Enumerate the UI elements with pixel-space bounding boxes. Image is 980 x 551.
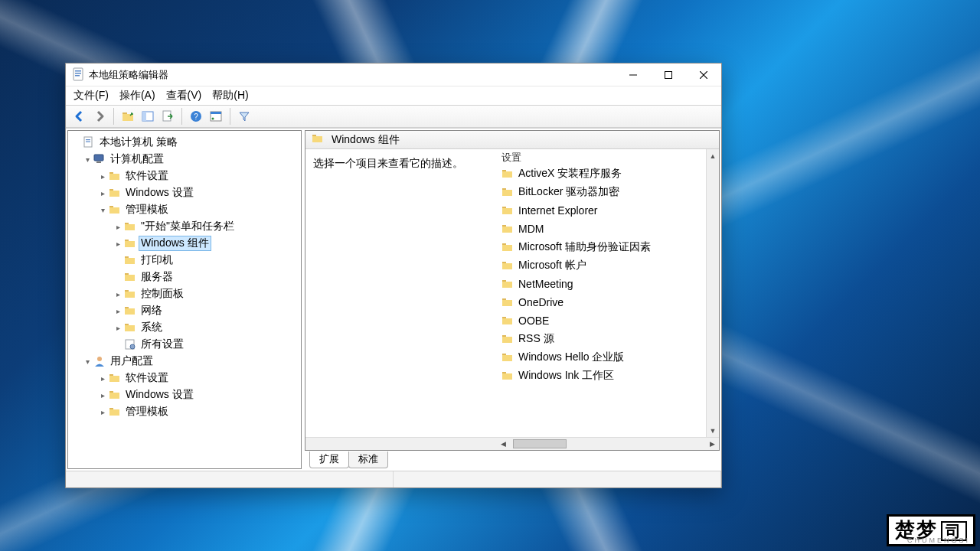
folder-icon [501, 315, 514, 327]
svg-rect-57 [502, 208, 512, 214]
vertical-scrollbar[interactable]: ▲ ▼ [706, 149, 719, 437]
svg-rect-47 [109, 393, 119, 399]
user-icon [93, 355, 106, 367]
statusbar [66, 471, 721, 487]
scroll-down-arrow[interactable]: ▼ [707, 424, 719, 437]
folder-icon [501, 278, 514, 290]
tree-windows-components[interactable]: ▸Windows 组件 [70, 235, 299, 252]
tree-network[interactable]: ▸网络 [70, 302, 299, 319]
svg-rect-40 [125, 325, 135, 331]
list-item[interactable]: Windows Ink 工作区 [497, 367, 706, 385]
list-item-label: Internet Explorer [518, 204, 598, 217]
tree-start-taskbar[interactable]: ▸"开始"菜单和任务栏 [70, 218, 299, 235]
list-item[interactable]: MDM [497, 220, 706, 238]
tree-user-software[interactable]: ▸软件设置 [70, 370, 299, 386]
svg-rect-51 [312, 136, 322, 142]
menu-view[interactable]: 查看(V) [166, 89, 202, 103]
tree-pane[interactable]: ▸ 本地计算机 策略 ▾ 计算机配置 ▸软件设置 [67, 130, 302, 469]
svg-rect-17 [86, 139, 90, 140]
filter-button[interactable] [235, 107, 253, 126]
menu-help[interactable]: 帮助(H) [212, 89, 248, 103]
folder-icon [108, 372, 122, 384]
folder-icon [108, 389, 122, 401]
folder-icon [123, 321, 137, 334]
svg-rect-49 [109, 409, 119, 416]
svg-rect-69 [502, 318, 512, 324]
tree-control-panel[interactable]: ▸控制面板 [70, 285, 299, 302]
list-item-label: Microsoft 辅助身份验证因素 [518, 240, 651, 254]
details-header-title: Windows 组件 [332, 133, 400, 147]
app-icon [72, 67, 84, 83]
svg-rect-14 [211, 112, 221, 114]
svg-rect-22 [109, 174, 119, 180]
svg-rect-34 [125, 275, 135, 281]
list-item[interactable]: ActiveX 安装程序服务 [497, 165, 706, 183]
tree-system[interactable]: ▸系统 [70, 319, 299, 336]
menu-file[interactable]: 文件(F) [74, 89, 109, 103]
scroll-left-arrow[interactable]: ◀ [497, 438, 510, 450]
tree-printers[interactable]: ▸打印机 [70, 252, 299, 269]
svg-rect-19 [94, 155, 103, 161]
svg-rect-3 [75, 75, 80, 77]
list-item[interactable]: OneDrive [497, 293, 706, 311]
svg-rect-36 [125, 292, 135, 298]
titlebar[interactable]: 本地组策略编辑器 [66, 64, 721, 86]
tree-all-settings[interactable]: ▸所有设置 [70, 336, 299, 353]
tab-extended[interactable]: 扩展 [309, 452, 349, 468]
list-item[interactable]: NetMeeting [497, 275, 706, 293]
svg-rect-71 [502, 337, 512, 343]
list-item-label: BitLocker 驱动器加密 [518, 185, 619, 199]
tree-computer-config[interactable]: ▾ 计算机配置 [70, 151, 299, 168]
tree-root[interactable]: ▸ 本地计算机 策略 [70, 134, 299, 151]
folder-icon [501, 204, 514, 217]
tree-user-admin[interactable]: ▸管理模板 [70, 403, 299, 420]
export-button[interactable] [158, 107, 177, 126]
scroll-up-arrow[interactable]: ▲ [707, 149, 719, 162]
folder-icon [501, 259, 514, 272]
list-item[interactable]: BitLocker 驱动器加密 [497, 183, 706, 201]
folder-icon [501, 186, 514, 198]
tree-admin-templates[interactable]: ▾管理模板 [70, 201, 299, 218]
folder-icon [501, 241, 514, 253]
list-item[interactable]: Microsoft 帐户 [497, 256, 706, 275]
column-header-settings[interactable]: 设置 [497, 149, 706, 165]
nav-back-button[interactable] [70, 107, 89, 126]
minimize-button[interactable] [616, 64, 651, 86]
tree-server[interactable]: ▸服务器 [70, 269, 299, 285]
folder-icon [108, 187, 122, 199]
horizontal-scrollbar[interactable]: ◀ ▶ [305, 437, 719, 450]
folder-icon [501, 296, 514, 308]
svg-rect-28 [125, 224, 135, 230]
list-item[interactable]: Internet Explorer [497, 201, 706, 220]
tab-standard[interactable]: 标准 [348, 452, 388, 468]
svg-rect-30 [125, 241, 135, 247]
details-header: Windows 组件 [305, 131, 719, 149]
maximize-button[interactable] [651, 64, 686, 86]
help-button[interactable]: ? [187, 107, 205, 126]
toolbar-separator [230, 108, 230, 125]
list-item[interactable]: OOBE [497, 311, 706, 330]
svg-point-43 [97, 357, 102, 361]
close-button[interactable] [686, 64, 721, 86]
show-hide-tree-button[interactable] [139, 107, 157, 126]
list-item-label: OneDrive [518, 296, 564, 308]
properties-button[interactable] [207, 107, 225, 126]
tree-user-config[interactable]: ▾用户配置 [70, 353, 299, 370]
scroll-right-arrow[interactable]: ▶ [706, 438, 719, 450]
list-item-label: ActiveX 安装程序服务 [518, 167, 622, 181]
list-item[interactable]: Windows Hello 企业版 [497, 348, 706, 367]
folder-icon [108, 170, 122, 182]
scroll-thumb[interactable] [513, 439, 567, 448]
up-button[interactable] [119, 107, 137, 126]
tree-software-settings[interactable]: ▸软件设置 [70, 168, 299, 184]
list-item[interactable]: RSS 源 [497, 330, 706, 348]
list-item[interactable]: Microsoft 辅助身份验证因素 [497, 238, 706, 256]
nav-forward-button[interactable] [90, 107, 109, 126]
tree-user-windows[interactable]: ▸Windows 设置 [70, 386, 299, 403]
description-column: 选择一个项目来查看它的描述。 [305, 149, 497, 437]
svg-rect-24 [109, 191, 119, 197]
menu-action[interactable]: 操作(A) [119, 89, 155, 103]
tree-windows-settings[interactable]: ▸Windows 设置 [70, 184, 299, 201]
svg-rect-2 [75, 73, 81, 74]
svg-rect-61 [502, 245, 512, 251]
